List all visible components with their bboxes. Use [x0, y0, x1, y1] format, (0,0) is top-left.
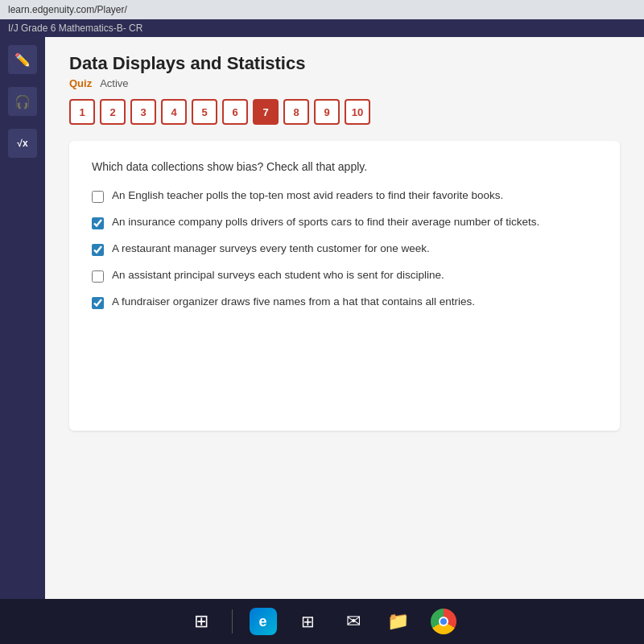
content-area: Data Displays and Statistics Quiz Active… [45, 37, 644, 599]
checkbox-3[interactable] [92, 244, 104, 256]
quiz-status: Quiz Active [69, 77, 620, 89]
question-btn-8[interactable]: 8 [283, 99, 309, 125]
checkbox-1[interactable] [92, 191, 104, 203]
answer-option-4: An assistant principal surveys each stud… [92, 269, 597, 283]
main-layout: ✏️ 🎧 √x Data Displays and Statistics Qui… [0, 37, 644, 599]
answer-option-1: An English teacher polls the top-ten mos… [92, 189, 597, 203]
calculator-icon[interactable]: √x [8, 129, 37, 158]
taskbar-mail-icon[interactable]: ✉ [339, 607, 368, 636]
answer-label-3[interactable]: A restaurant manager surveys every tenth… [112, 242, 430, 254]
answer-option-2: An insurance company polls drivers of sp… [92, 216, 597, 229]
answer-label-5[interactable]: A fundraiser organizer draws five names … [112, 295, 475, 308]
question-text: Which data collections show bias? Check … [92, 160, 597, 173]
answer-label-4[interactable]: An assistant principal surveys each stud… [112, 269, 444, 281]
taskbar-edge-icon[interactable]: e [249, 607, 278, 636]
taskbar-grid-icon[interactable]: ⊞ [187, 607, 216, 636]
taskbar: ⊞ e ⊞ ✉ 📁 [0, 599, 644, 644]
taskbar-folder-icon[interactable]: 📁 [384, 607, 413, 636]
pencil-icon[interactable]: ✏️ [8, 45, 37, 74]
app-bar: I/J Grade 6 Mathematics-B- CR [0, 19, 644, 37]
checkbox-2[interactable] [92, 217, 104, 229]
answer-label-2[interactable]: An insurance company polls drivers of sp… [112, 216, 539, 228]
answer-option-3: A restaurant manager surveys every tenth… [92, 242, 597, 256]
active-label: Active [100, 77, 128, 89]
sidebar: ✏️ 🎧 √x [0, 37, 45, 599]
headphones-icon[interactable]: 🎧 [8, 87, 37, 116]
checkbox-5[interactable] [92, 297, 104, 309]
checkbox-4[interactable] [92, 270, 104, 283]
answer-label-1[interactable]: An English teacher polls the top-ten mos… [112, 189, 503, 201]
app-title: I/J Grade 6 Mathematics-B- CR [8, 23, 142, 34]
browser-bar: learn.edgenuity.com/Player/ [0, 0, 644, 19]
question-btn-9[interactable]: 9 [314, 99, 340, 125]
question-btn-10[interactable]: 10 [345, 99, 370, 125]
question-card: Which data collections show bias? Check … [69, 141, 620, 431]
question-btn-1[interactable]: 1 [69, 99, 95, 125]
question-btn-2[interactable]: 2 [100, 99, 126, 125]
taskbar-apps-icon[interactable]: ⊞ [294, 607, 323, 636]
browser-url: learn.edgenuity.com/Player/ [8, 4, 127, 15]
question-btn-4[interactable]: 4 [161, 99, 187, 125]
page-title: Data Displays and Statistics [69, 53, 620, 74]
question-btn-5[interactable]: 5 [192, 99, 217, 125]
taskbar-divider [232, 609, 233, 634]
answer-option-5: A fundraiser organizer draws five names … [92, 295, 597, 309]
question-btn-3[interactable]: 3 [130, 99, 156, 125]
taskbar-chrome-icon[interactable] [429, 607, 458, 636]
question-btn-7[interactable]: 7 [253, 99, 279, 125]
question-btn-6[interactable]: 6 [222, 99, 248, 125]
quiz-label: Quiz [69, 77, 92, 89]
question-nav: 1 2 3 4 5 6 7 8 9 10 [69, 99, 620, 125]
